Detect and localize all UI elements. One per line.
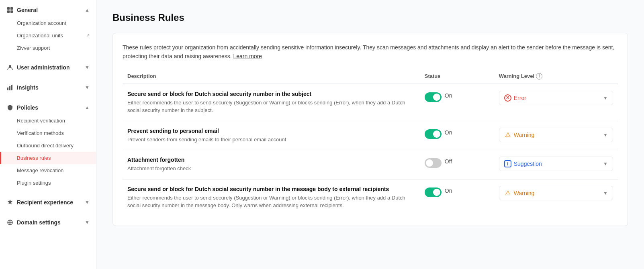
rule-1-status-text: On xyxy=(445,92,452,99)
sidebar-section-recipient-experience: Recipient experience ▼ xyxy=(0,192,96,212)
sidebar-item-outbound-direct-delivery[interactable]: Outbound direct delivery xyxy=(0,139,96,152)
shield-icon xyxy=(6,104,14,111)
sidebar-item-message-revocation[interactable]: Message revocation xyxy=(0,164,96,177)
rule-title: Secure send or block for Dutch social se… xyxy=(127,186,415,192)
chevron-down-icon-2: ▼ xyxy=(85,85,90,90)
rule-3-toggle[interactable] xyxy=(425,158,442,168)
sidebar-domain-settings-header[interactable]: Domain settings ▼ xyxy=(0,216,96,229)
rule-1-toggle[interactable] xyxy=(425,92,442,102)
rule-3-status-cell: Off xyxy=(420,150,494,179)
star-icon xyxy=(6,199,14,206)
sidebar-recipient-experience-header[interactable]: Recipient experience ▼ xyxy=(0,196,96,209)
rule-4-warning-cell: ⚠ Warning ▼ xyxy=(494,179,618,216)
table-row: Attachment forgotten Attachment forgotte… xyxy=(123,150,618,179)
rule-1-warning-dropdown[interactable]: ✕ Error ▼ xyxy=(499,91,613,105)
business-rules-card: These rules protect your organization fr… xyxy=(112,33,628,226)
svg-rect-2 xyxy=(7,10,10,13)
table-row: Secure send or block for Dutch social se… xyxy=(123,84,618,121)
sidebar-policies-label: Policies xyxy=(17,104,38,111)
sidebar-user-admin-header[interactable]: User administration ▼ xyxy=(0,61,96,74)
sidebar-section-insights: Insights ▼ xyxy=(0,77,96,98)
rule-3-warning-label: Suggestion xyxy=(514,161,542,167)
chevron-down-icon-4: ▼ xyxy=(85,220,90,225)
sidebar-item-organizational-units[interactable]: Organizational units ↗ xyxy=(0,29,96,42)
sidebar-item-organization-account[interactable]: Organization account xyxy=(0,17,96,29)
rule-2-status-text: On xyxy=(445,129,452,136)
svg-rect-6 xyxy=(9,86,10,90)
page-title: Business Rules xyxy=(112,12,628,23)
sidebar-recipient-experience-label: Recipient experience xyxy=(17,199,73,206)
dropdown-chevron-icon: ▼ xyxy=(603,95,608,101)
user-icon xyxy=(6,64,14,71)
sidebar-section-general: General ▲ Organization account Organizat… xyxy=(0,0,96,57)
rule-4-status-text: On xyxy=(445,187,452,194)
rule-title: Prevent sending to personal email xyxy=(127,128,415,134)
external-link-icon: ↗ xyxy=(86,33,90,38)
svg-rect-3 xyxy=(10,10,13,13)
sidebar-insights-header[interactable]: Insights ▼ xyxy=(0,81,96,94)
chevron-down-icon: ▼ xyxy=(85,65,90,70)
col-header-status: Status xyxy=(420,69,494,84)
rule-4-warning-dropdown[interactable]: ⚠ Warning ▼ xyxy=(499,186,613,200)
rule-2-warning-label: Warning xyxy=(514,132,535,138)
grid-icon xyxy=(6,6,14,14)
rule-desc: Either recommends the user to send secur… xyxy=(127,99,415,114)
dropdown-chevron-icon: ▼ xyxy=(603,132,608,138)
svg-rect-7 xyxy=(11,85,12,90)
col-header-description: Description xyxy=(123,69,420,84)
chevron-up-icon: ▲ xyxy=(85,7,90,13)
card-description: These rules protect your organization fr… xyxy=(123,43,618,61)
sidebar-section-domain-settings: Domain settings ▼ xyxy=(0,212,96,232)
sidebar-domain-settings-label: Domain settings xyxy=(17,219,61,226)
sidebar-item-verification-methods[interactable]: Verification methods xyxy=(0,127,96,139)
sidebar-policies-header[interactable]: Policies ▲ xyxy=(0,101,96,114)
sidebar-general-label: General xyxy=(17,7,38,13)
rule-4-toggle[interactable] xyxy=(425,187,442,197)
sidebar-insights-label: Insights xyxy=(17,84,39,91)
rule-3-warning-dropdown[interactable]: i Suggestion ▼ xyxy=(499,157,613,171)
rule-1-description-cell: Secure send or block for Dutch social se… xyxy=(123,84,420,121)
rule-4-status-cell: On xyxy=(420,179,494,216)
sidebar-item-business-rules[interactable]: Business rules xyxy=(0,152,96,164)
rules-table: Description Status Warning Level i Secur… xyxy=(123,69,618,216)
dropdown-chevron-icon: ▼ xyxy=(603,190,608,196)
rule-desc: Attachment forgotten check xyxy=(127,165,415,173)
sidebar-section-user-admin: User administration ▼ xyxy=(0,57,96,77)
table-row: Prevent sending to personal email Preven… xyxy=(123,121,618,150)
rule-1-warning-cell: ✕ Error ▼ xyxy=(494,84,618,121)
warning-icon: ⚠ xyxy=(504,131,511,139)
sidebar-item-plugin-settings[interactable]: Plugin settings xyxy=(0,177,96,189)
rule-3-warning-cell: i Suggestion ▼ xyxy=(494,150,618,179)
chevron-down-icon-3: ▼ xyxy=(85,200,90,205)
main-content: Business Rules These rules protect your … xyxy=(96,0,644,269)
error-icon: ✕ xyxy=(504,94,511,102)
rule-2-description-cell: Prevent sending to personal email Preven… xyxy=(123,121,420,150)
learn-more-link[interactable]: Learn more xyxy=(233,53,262,59)
svg-rect-5 xyxy=(7,88,8,90)
rule-title: Secure send or block for Dutch social se… xyxy=(127,91,415,97)
rule-desc: Prevent senders from sending emails to t… xyxy=(127,136,415,144)
sidebar-section-policies: Policies ▲ Recipient verification Verifi… xyxy=(0,98,96,192)
sidebar-general-header[interactable]: General ▲ xyxy=(0,3,96,17)
rule-3-description-cell: Attachment forgotten Attachment forgotte… xyxy=(123,150,420,179)
sidebar-user-admin-label: User administration xyxy=(17,64,70,71)
rule-4-description-cell: Secure send or block for Dutch social se… xyxy=(123,179,420,216)
chart-icon xyxy=(6,84,14,91)
sidebar-item-zivver-support[interactable]: Zivver support xyxy=(0,42,96,54)
rule-2-status-cell: On xyxy=(420,121,494,150)
rule-desc: Either recommends the user to send secur… xyxy=(127,194,415,210)
chevron-up-icon-2: ▲ xyxy=(85,105,90,110)
svg-rect-1 xyxy=(10,7,13,10)
col-header-warning-level: Warning Level i xyxy=(494,69,618,84)
rule-2-warning-cell: ⚠ Warning ▼ xyxy=(494,121,618,150)
sidebar-item-recipient-verification[interactable]: Recipient verification xyxy=(0,114,96,127)
svg-rect-0 xyxy=(7,7,10,10)
table-row: Secure send or block for Dutch social se… xyxy=(123,179,618,216)
warning-level-info-icon[interactable]: i xyxy=(536,73,542,79)
warning-icon: ⚠ xyxy=(504,190,511,197)
svg-point-4 xyxy=(9,65,11,67)
suggestion-icon: i xyxy=(504,160,511,167)
rule-2-warning-dropdown[interactable]: ⚠ Warning ▼ xyxy=(499,128,613,142)
rule-2-toggle[interactable] xyxy=(425,129,442,139)
dropdown-chevron-icon: ▼ xyxy=(603,161,608,167)
